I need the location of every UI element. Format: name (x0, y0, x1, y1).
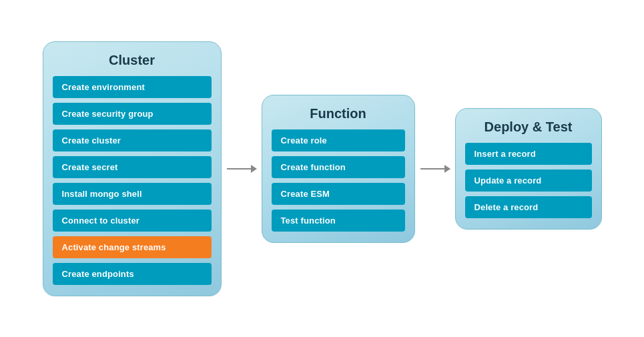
cluster-btn-3[interactable]: Create secret (53, 156, 212, 178)
function-btn-list: Create roleCreate functionCreate ESMTest… (272, 129, 405, 232)
cluster-btn-5[interactable]: Connect to cluster (53, 210, 212, 232)
panel-cluster: Cluster Create environmentCreate securit… (43, 41, 222, 296)
diagram: Cluster Create environmentCreate securit… (23, 28, 622, 310)
arrow-line-1 (227, 168, 256, 170)
cluster-btn-0[interactable]: Create environment (53, 76, 212, 98)
function-btn-1[interactable]: Create function (272, 156, 405, 178)
cluster-btn-list: Create environmentCreate security groupC… (53, 76, 212, 285)
cluster-btn-4[interactable]: Install mongo shell (53, 183, 212, 205)
deploy-title: Deploy & Test (485, 119, 573, 135)
panel-deploy: Deploy & Test Insert a recordUpdate a re… (455, 108, 602, 230)
cluster-btn-7[interactable]: Create endpoints (53, 263, 212, 285)
arrow-function-to-deploy (415, 168, 455, 170)
arrow-line-2 (420, 168, 450, 170)
function-title: Function (310, 106, 366, 121)
deploy-btn-1[interactable]: Update a record (465, 170, 592, 192)
arrow-cluster-to-function (222, 168, 262, 170)
cluster-btn-1[interactable]: Create security group (53, 103, 212, 125)
cluster-btn-6[interactable]: Activate change streams (53, 236, 212, 258)
deploy-btn-list: Insert a recordUpdate a recordDelete a r… (465, 143, 592, 218)
function-btn-2[interactable]: Create ESM (272, 183, 405, 205)
deploy-btn-0[interactable]: Insert a record (465, 143, 592, 165)
function-btn-3[interactable]: Test function (272, 210, 405, 232)
cluster-btn-2[interactable]: Create cluster (53, 129, 212, 151)
panel-function: Function Create roleCreate functionCreat… (262, 95, 415, 243)
deploy-btn-2[interactable]: Delete a record (465, 196, 592, 218)
cluster-title: Cluster (109, 53, 155, 68)
function-btn-0[interactable]: Create role (272, 129, 405, 151)
